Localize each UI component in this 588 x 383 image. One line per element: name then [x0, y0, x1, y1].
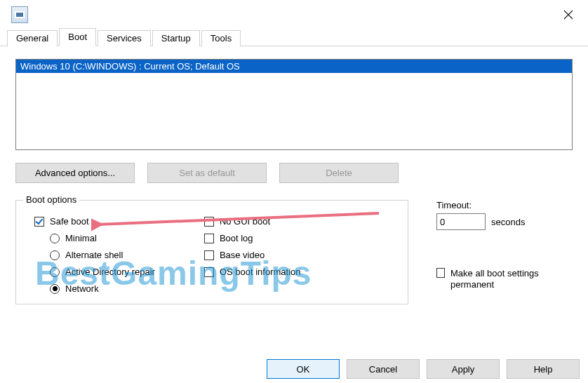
boot-options-legend: Boot options	[23, 194, 79, 205]
close-icon	[563, 10, 573, 20]
base-video-label: Base video	[220, 250, 265, 260]
no-gui-boot-label: No GUI boot	[220, 216, 270, 227]
tab-strip: General Boot Services Startup Tools	[0, 29, 588, 46]
timeout-unit-label: seconds	[491, 217, 525, 227]
checkbox-icon	[204, 250, 214, 260]
advanced-options-button[interactable]: Advanced options...	[15, 163, 135, 183]
permanent-settings-checkbox[interactable]: Make all boot settings permanent	[436, 268, 563, 291]
cancel-button[interactable]: Cancel	[347, 359, 420, 379]
timeout-label: Timeout:	[436, 200, 563, 210]
radio-ad-repair[interactable]: Active Directory repair	[50, 267, 155, 277]
radio-icon	[50, 267, 60, 277]
os-list-selected-row[interactable]: Windows 10 (C:\WINDOWS) : Current OS; De…	[16, 60, 572, 73]
close-button[interactable]	[559, 5, 578, 25]
timeout-input[interactable]	[436, 213, 486, 230]
base-video-checkbox[interactable]: Base video	[204, 250, 301, 260]
safe-boot-label: Safe boot	[50, 216, 89, 227]
app-icon	[11, 6, 28, 23]
no-gui-boot-checkbox[interactable]: No GUI boot	[204, 216, 301, 227]
tab-startup[interactable]: Startup	[152, 30, 200, 46]
tab-general[interactable]: General	[7, 30, 58, 46]
permanent-settings-label: Make all boot settings permanent	[450, 268, 563, 291]
radio-network[interactable]: Network	[50, 283, 155, 294]
boot-options-group: Boot options Safe boot Minimal Alternate…	[15, 200, 408, 304]
help-button[interactable]: Help	[507, 359, 580, 379]
radio-icon	[50, 284, 60, 294]
radio-minimal-label: Minimal	[65, 233, 97, 243]
os-boot-info-label: OS boot information	[220, 267, 301, 277]
checkbox-icon	[204, 267, 214, 277]
os-list[interactable]: Windows 10 (C:\WINDOWS) : Current OS; De…	[15, 59, 573, 150]
checkbox-icon	[436, 268, 445, 278]
boot-log-checkbox[interactable]: Boot log	[204, 233, 301, 243]
checkbox-icon	[204, 234, 214, 243]
tab-boot[interactable]: Boot	[59, 28, 96, 46]
checkbox-icon	[204, 217, 214, 227]
apply-button[interactable]: Apply	[427, 359, 500, 379]
os-boot-info-checkbox[interactable]: OS boot information	[204, 267, 301, 277]
tab-tools[interactable]: Tools	[201, 30, 241, 46]
radio-minimal[interactable]: Minimal	[50, 233, 155, 243]
set-as-default-button: Set as default	[147, 163, 267, 183]
radio-icon	[50, 234, 60, 243]
safe-boot-checkbox[interactable]: Safe boot	[34, 216, 155, 227]
ok-button[interactable]: OK	[267, 359, 340, 379]
tab-services[interactable]: Services	[98, 30, 151, 46]
radio-alternate-shell-label: Alternate shell	[65, 250, 123, 260]
radio-network-label: Network	[65, 283, 99, 294]
radio-alternate-shell[interactable]: Alternate shell	[50, 250, 155, 260]
boot-log-label: Boot log	[220, 233, 253, 243]
checkbox-icon	[34, 217, 44, 227]
delete-button: Delete	[279, 163, 399, 183]
radio-ad-repair-label: Active Directory repair	[65, 267, 155, 277]
radio-icon	[50, 250, 60, 260]
